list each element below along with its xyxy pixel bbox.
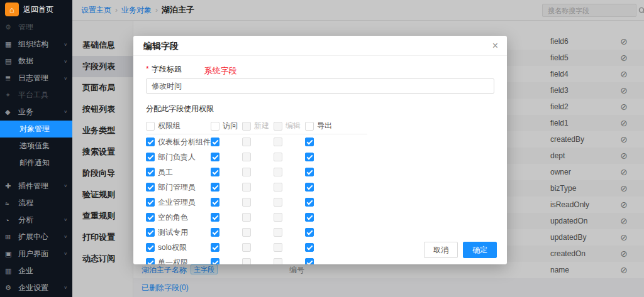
perm-cell (274, 153, 305, 161)
sidebar-item[interactable]: ▦组织结构∨ (0, 36, 72, 53)
sidebar-item[interactable]: ▤数据∨ (0, 53, 72, 70)
perm-checkbox-visit[interactable] (211, 213, 219, 222)
perm-checkbox-edit (274, 243, 282, 252)
perm-cell (305, 213, 336, 222)
perm-header-col: 访问 (211, 121, 242, 131)
row-select-checkbox[interactable] (146, 138, 155, 146)
sidebar-item[interactable]: ≣日志管理∨ (0, 70, 72, 87)
perm-checkbox-edit (274, 258, 282, 264)
field-title-input[interactable] (146, 78, 494, 94)
modal-title: 编辑字段 (143, 41, 179, 51)
sidebar-item-label: 扩展中心 (18, 232, 48, 242)
perm-header-col: 权限组 (146, 121, 211, 131)
role-cell: 部门管理员 (146, 182, 211, 193)
sidebar-item[interactable]: ⚙管理 (0, 19, 72, 36)
sidebar-item[interactable]: 邮件通知 (0, 154, 72, 171)
sidebar-item[interactable]: ⚙企业设置∨ (0, 279, 72, 296)
perm-checkbox-export[interactable] (305, 258, 314, 264)
perm-checkbox-visit[interactable] (211, 228, 219, 237)
sidebar-item[interactable]: ✚插件管理∨ (0, 178, 72, 195)
perm-cell (274, 138, 305, 146)
perm-checkbox-create (242, 153, 251, 161)
perm-cell (305, 183, 336, 192)
perm-checkbox-export[interactable] (305, 153, 314, 161)
row-select-checkbox[interactable] (146, 258, 155, 264)
permission-row: 企业管理员 (146, 195, 367, 210)
perm-checkbox-visit[interactable] (211, 258, 219, 264)
sidebar-item[interactable]: ◆业务∨ (0, 104, 72, 121)
row-select-checkbox[interactable] (146, 153, 155, 161)
perm-header-label: 访问 (223, 121, 238, 131)
perm-checkbox-visit[interactable] (211, 243, 219, 252)
role-cell: 空的角色 (146, 212, 211, 223)
perm-rows: 仪表板分析组件部门负责人员工部门管理员企业管理员空的角色测试专用solo权限单一… (146, 134, 367, 264)
perm-cell (305, 198, 336, 207)
header-checkbox[interactable] (211, 122, 219, 131)
modal-footer: 取消 确定 (424, 242, 497, 258)
role-name: 测试专用 (158, 227, 188, 238)
perm-checkbox-export[interactable] (305, 183, 314, 192)
sidebar-item-label: 企业设置 (18, 283, 48, 293)
sidebar-item[interactable]: ≈流程 (0, 195, 72, 212)
role-name: 员工 (158, 167, 173, 178)
perm-header-col: 新建 (242, 121, 274, 131)
perm-checkbox-export[interactable] (305, 228, 314, 237)
perm-checkbox-visit[interactable] (211, 168, 219, 176)
perm-checkbox-visit[interactable] (211, 198, 219, 207)
permission-row: 空的角色 (146, 210, 367, 225)
sidebar-item-label: 日志管理 (18, 73, 48, 84)
business-icon: ◆ (5, 108, 14, 116)
perm-cell (211, 183, 242, 192)
role-cell: 测试专用 (146, 227, 211, 238)
chevron-down-icon: ∨ (64, 218, 67, 222)
perm-checkbox-edit (274, 168, 282, 176)
header-checkbox[interactable] (146, 122, 155, 131)
permission-row: 单一权限 (146, 255, 367, 264)
perm-checkbox-create (242, 258, 251, 264)
perm-cell (211, 243, 242, 252)
perm-checkbox-export[interactable] (305, 198, 314, 207)
sidebar-item-label: 插件管理 (18, 181, 48, 192)
role-cell: 企业管理员 (146, 197, 211, 208)
sidebar-item[interactable]: ⊞扩展中心∨ (0, 229, 72, 246)
header-checkbox[interactable] (305, 122, 314, 131)
system-field-annotation: 系统字段 (204, 65, 237, 77)
row-select-checkbox[interactable] (146, 183, 155, 192)
permission-section-label: 分配此字段使用权限 (146, 104, 494, 114)
role-name: 单一权限 (158, 257, 188, 265)
perm-cell (242, 258, 274, 264)
modal-body: * 字段标题 系统字段 分配此字段使用权限 权限组访问新建编辑导出 仪表板分析组… (133, 56, 507, 264)
sidebar-item[interactable]: 选项值集 (0, 138, 72, 154)
gear-icon: ⚙ (5, 23, 14, 31)
row-select-checkbox[interactable] (146, 228, 155, 237)
permission-row: solo权限 (146, 240, 367, 255)
sidebar-item[interactable]: ▥企业 (0, 262, 72, 279)
role-cell: 仪表板分析组件 (146, 137, 211, 148)
log-icon: ≣ (5, 74, 14, 82)
sidebar-item[interactable]: ✦平台工具 (0, 87, 72, 104)
perm-checkbox-visit[interactable] (211, 183, 219, 192)
permission-row: 部门负责人 (146, 149, 367, 165)
perm-checkbox-create (242, 183, 251, 192)
enterprise-icon: ▥ (5, 267, 14, 275)
row-select-checkbox[interactable] (146, 168, 155, 176)
sidebar-item[interactable]: 对象管理 (0, 121, 72, 138)
home-link[interactable]: ⌂ 返回首页 (0, 0, 72, 19)
perm-checkbox-export[interactable] (305, 243, 314, 252)
perm-checkbox-visit[interactable] (211, 153, 219, 161)
role-cell: 单一权限 (146, 257, 211, 265)
close-icon[interactable]: × (492, 36, 498, 56)
perm-checkbox-export[interactable] (305, 213, 314, 222)
sidebar-item[interactable]: ◔分析∨ (0, 212, 72, 229)
perm-checkbox-visit[interactable] (211, 138, 219, 146)
sidebar-item[interactable]: ▣用户界面∨ (0, 246, 72, 262)
perm-checkbox-export[interactable] (305, 168, 314, 176)
row-select-checkbox[interactable] (146, 213, 155, 222)
row-select-checkbox[interactable] (146, 198, 155, 207)
row-select-checkbox[interactable] (146, 243, 155, 252)
confirm-button[interactable]: 确定 (463, 242, 497, 258)
cancel-button[interactable]: 取消 (424, 242, 458, 258)
perm-cell (242, 153, 274, 161)
sidebar-item-label: 数据 (18, 56, 33, 67)
perm-checkbox-export[interactable] (305, 138, 314, 146)
